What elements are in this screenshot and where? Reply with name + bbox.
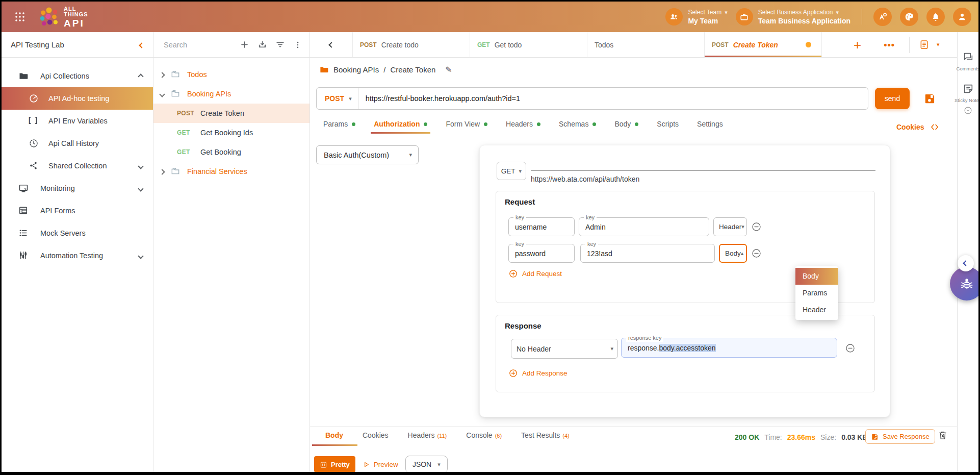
- breadcrumb-folder[interactable]: Booking APIs: [333, 65, 379, 74]
- sticky-notes-tool[interactable]: Sticky Notes: [958, 83, 978, 115]
- import-icon[interactable]: [257, 40, 267, 49]
- remove-row-icon[interactable]: [751, 248, 762, 259]
- sidebar-item-automation-testing[interactable]: Automation Testing: [2, 244, 153, 267]
- chevron-down-icon[interactable]: [139, 162, 143, 170]
- method-select[interactable]: POST ▾: [317, 94, 358, 103]
- chevron-down-icon[interactable]: [160, 90, 170, 98]
- sidebar-item-api-env-variables[interactable]: [ ] API Env Variables: [2, 110, 153, 132]
- menu-option-header[interactable]: Header: [795, 302, 838, 318]
- notifications-bell-icon[interactable]: [926, 8, 945, 26]
- user-avatar[interactable]: [953, 8, 971, 26]
- target-select-body-open[interactable]: Body ▴: [719, 244, 747, 263]
- sidebar-item-shared-collection[interactable]: Shared Collection: [2, 155, 153, 177]
- tab-body[interactable]: Body: [614, 120, 638, 128]
- business-app-selector[interactable]: Select Business Application▾ Team Busine…: [736, 8, 850, 26]
- tab-create-token[interactable]: POST Create Token: [705, 32, 822, 57]
- sidebar-item-mock-servers[interactable]: Mock Servers: [2, 222, 153, 244]
- chevron-up-icon[interactable]: [139, 72, 143, 80]
- tab-form-view[interactable]: Form View: [446, 120, 487, 128]
- tab-headers[interactable]: Headers: [506, 120, 540, 128]
- tab-create-todo[interactable]: POST Create todo: [353, 32, 470, 57]
- tab-scripts[interactable]: Scripts: [657, 120, 679, 128]
- mock-servers-icon: [18, 228, 29, 238]
- key-input[interactable]: [509, 218, 574, 236]
- preview-button[interactable]: Preview: [363, 461, 398, 468]
- add-request-link[interactable]: Add Request: [508, 269, 562, 279]
- sidebar-item-monitoring[interactable]: Monitoring: [2, 177, 153, 199]
- chevron-right-icon[interactable]: [160, 70, 170, 79]
- plus-circle-icon: [508, 269, 518, 279]
- response-tab-body[interactable]: Body: [325, 431, 343, 439]
- filter-icon[interactable]: [275, 40, 285, 49]
- sidebar-item-api-call-history[interactable]: Api Call History: [2, 132, 153, 155]
- kebab-menu-icon[interactable]: [293, 40, 302, 49]
- sidebar-collapse-icon[interactable]: [140, 40, 144, 49]
- menu-option-body[interactable]: Body: [795, 268, 838, 285]
- tab-authorization[interactable]: Authorization: [374, 120, 427, 128]
- chevron-down-icon[interactable]: [139, 252, 143, 260]
- tree-folder-financial-services[interactable]: Financial Services: [153, 162, 310, 181]
- sidebar-item-api-collections[interactable]: Api Collections: [2, 65, 153, 87]
- value-input[interactable]: [579, 218, 709, 236]
- comments-tool[interactable]: Comments: [958, 52, 978, 71]
- save-response-button[interactable]: Save Response: [865, 429, 935, 444]
- document-caret-icon[interactable]: ▾: [937, 42, 940, 47]
- delete-response-icon[interactable]: [938, 430, 948, 440]
- tab-get-todo[interactable]: GET Get todo: [470, 32, 587, 57]
- circled-chevron-down-icon[interactable]: [964, 106, 972, 115]
- key-input[interactable]: [509, 244, 574, 262]
- cookies-link[interactable]: Cookies: [896, 122, 939, 132]
- response-view-toolbar: Pretty Preview JSON ▾: [314, 456, 448, 472]
- remove-row-icon[interactable]: [751, 221, 762, 232]
- response-tab-headers[interactable]: Headers(11): [408, 431, 447, 439]
- tab-label: Console: [466, 431, 492, 439]
- tree-request-get-booking-ids[interactable]: GET Get Booking Ids: [153, 123, 310, 142]
- new-tab-icon[interactable]: +: [854, 38, 861, 52]
- chevron-down-icon[interactable]: [139, 184, 143, 192]
- translate-icon[interactable]: [873, 8, 892, 26]
- chevron-right-icon[interactable]: [160, 167, 170, 176]
- token-method-select[interactable]: GET ▾: [497, 162, 526, 180]
- tab-params[interactable]: Params: [323, 120, 355, 128]
- tree-request-create-token[interactable]: POST Create Token: [153, 104, 310, 123]
- panel-collapse-left-icon[interactable]: [958, 255, 974, 271]
- pretty-button[interactable]: Pretty: [314, 456, 355, 472]
- auth-type-select[interactable]: Basic Auth(Custom) ▾: [316, 145, 419, 164]
- target-select-header[interactable]: Header ▾: [713, 217, 747, 236]
- tab-todos[interactable]: Todos: [587, 32, 705, 57]
- tree-request-get-booking[interactable]: GET Get Booking: [153, 142, 310, 162]
- response-header-select[interactable]: No Header ▾: [511, 339, 618, 359]
- theme-palette-icon[interactable]: [900, 8, 918, 26]
- add-icon[interactable]: [240, 40, 249, 49]
- document-icon[interactable]: [919, 39, 930, 50]
- add-response-link[interactable]: Add Response: [508, 368, 568, 378]
- tab-schemas[interactable]: Schemas: [559, 120, 596, 128]
- response-tab-cookies[interactable]: Cookies: [363, 431, 389, 439]
- menu-option-params[interactable]: Params: [795, 285, 838, 302]
- value-input[interactable]: [581, 244, 714, 262]
- response-tab-console[interactable]: Console(6): [466, 431, 502, 439]
- tree-folder-todos[interactable]: Todos: [153, 65, 310, 84]
- briefcase-icon: [736, 8, 753, 26]
- tabs-back-icon[interactable]: [310, 32, 353, 57]
- request-key-field: key: [508, 217, 575, 236]
- tree-folder-booking-apis[interactable]: Booking APIs: [153, 84, 310, 104]
- sidebar-item-api-adhoc-testing[interactable]: API Ad-hoc testing: [2, 87, 153, 110]
- tab-settings[interactable]: Settings: [697, 120, 723, 128]
- remove-row-icon[interactable]: [845, 343, 856, 354]
- more-tabs-icon[interactable]: •••: [884, 40, 895, 49]
- team-selector[interactable]: Select Team▾ My Team: [665, 8, 727, 26]
- unsaved-dot: [806, 42, 811, 47]
- send-button[interactable]: send: [875, 88, 910, 109]
- app-logo[interactable]: ALL THINGS API: [38, 6, 88, 28]
- response-key-field[interactable]: response key response.body.accesstoken: [621, 338, 837, 358]
- format-select[interactable]: JSON ▾: [405, 456, 448, 472]
- response-tab-test-results[interactable]: Test Results(4): [521, 431, 570, 439]
- token-url[interactable]: https://web.ata.com/api/auth/token: [531, 175, 639, 183]
- edit-pencil-icon[interactable]: ✎: [445, 65, 452, 74]
- apps-grid-icon[interactable]: [14, 11, 26, 23]
- sidebar-item-api-forms[interactable]: API Forms: [2, 199, 153, 222]
- url-input[interactable]: [358, 94, 868, 103]
- save-request-icon[interactable]: [923, 92, 937, 105]
- search-input[interactable]: [164, 41, 231, 49]
